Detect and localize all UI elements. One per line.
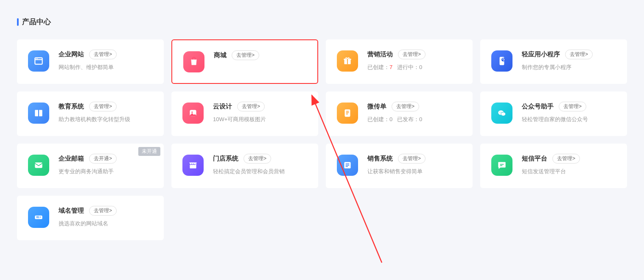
card-store-system[interactable]: 门店系统 去管理> 轻松搞定会员管理和会员营销 bbox=[171, 144, 318, 188]
card-desc: 轻松搞定会员管理和会员营销 bbox=[213, 168, 307, 175]
card-desc: 制作您的专属小程序 bbox=[522, 64, 616, 71]
message-icon bbox=[491, 155, 512, 176]
card-desc: 更专业的商务沟通助手 bbox=[59, 168, 153, 175]
mobile-icon bbox=[491, 50, 512, 72]
manage-button[interactable]: 去管理> bbox=[237, 102, 265, 111]
section-title-text: 产品中心 bbox=[22, 17, 51, 27]
product-grid: 企业网站 去管理> 网站制作、维护都简单 商城 去管理> bbox=[17, 39, 627, 240]
manage-button[interactable]: 去管理> bbox=[244, 154, 271, 164]
gift-icon bbox=[337, 50, 358, 72]
manage-button[interactable]: 去管理> bbox=[392, 102, 419, 111]
card-desc: 短信发送管理平台 bbox=[522, 168, 616, 175]
card-enterprise-site[interactable]: 企业网站 去管理> 网站制作、维护都简单 bbox=[17, 39, 164, 84]
svg-point-3 bbox=[37, 58, 38, 59]
card-title: 企业网站 bbox=[59, 50, 84, 58]
manage-button[interactable]: 去管理> bbox=[398, 50, 426, 59]
card-cloud-design[interactable]: 云设计 去管理> 10W+可商用模板图片 bbox=[171, 91, 318, 136]
card-title: 公众号助手 bbox=[522, 103, 554, 111]
shopping-bag-icon bbox=[183, 51, 204, 72]
svg-point-17 bbox=[501, 112, 506, 116]
card-wechat-helper[interactable]: 公众号助手 去管理> 轻松管理自家的微信公众号 bbox=[480, 91, 627, 136]
wechat-icon bbox=[491, 103, 512, 124]
card-title: 微传单 bbox=[367, 103, 386, 111]
card-desc: 轻松管理自家的微信公众号 bbox=[522, 116, 616, 123]
manage-button[interactable]: 去管理> bbox=[89, 102, 117, 111]
card-sms-platform[interactable]: 短信平台 去管理> 短信发送管理平台 bbox=[480, 144, 627, 188]
manage-button[interactable]: 去管理> bbox=[232, 50, 259, 60]
card-miniapp[interactable]: 轻应用小程序 去管理> 制作您的专属小程序 bbox=[480, 39, 627, 84]
card-sales-system[interactable]: 销售系统 去管理> 让获客和销售变得简单 bbox=[326, 144, 473, 188]
book-icon bbox=[28, 103, 49, 124]
card-title: 门店系统 bbox=[213, 155, 238, 163]
card-title: 教育系统 bbox=[59, 103, 84, 111]
card-title: 云设计 bbox=[213, 103, 232, 111]
open-button[interactable]: 去开通> bbox=[89, 154, 117, 164]
svg-point-8 bbox=[501, 58, 505, 61]
card-desc: 助力教培机构数字化转型升级 bbox=[59, 116, 153, 123]
card-title: 轻应用小程序 bbox=[522, 50, 560, 58]
card-stats: 已创建：0 已发布：0 bbox=[367, 116, 462, 123]
card-desc: 网站制作、维护都简单 bbox=[59, 64, 153, 71]
store-icon bbox=[182, 155, 204, 176]
card-title: 营销活动 bbox=[367, 50, 393, 58]
manage-button[interactable]: 去管理> bbox=[89, 206, 117, 216]
manage-button[interactable]: 去管理> bbox=[552, 154, 580, 164]
svg-point-19 bbox=[501, 112, 502, 113]
card-education[interactable]: 教育系统 去管理> 助力教培机构数字化转型升级 bbox=[17, 91, 164, 136]
card-title: 域名管理 bbox=[59, 207, 84, 215]
card-marketing[interactable]: 营销活动 去管理> 已创建：7 进行中：0 bbox=[326, 39, 473, 84]
card-domain-management[interactable]: W.≡ 域名管理 去管理> 挑选喜欢的网站域名 bbox=[17, 196, 164, 240]
svg-point-11 bbox=[191, 111, 193, 113]
card-desc: 10W+可商用模板图片 bbox=[213, 116, 307, 123]
document-icon bbox=[337, 103, 358, 124]
svg-rect-12 bbox=[345, 109, 350, 116]
card-desc: 挑选喜欢的网站域名 bbox=[59, 220, 153, 227]
card-shop[interactable]: 商城 去管理> bbox=[171, 39, 318, 84]
title-accent-bar bbox=[17, 18, 19, 26]
svg-point-18 bbox=[500, 112, 501, 113]
card-title: 短信平台 bbox=[522, 155, 547, 163]
manage-button[interactable]: 去管理> bbox=[559, 102, 586, 111]
window-icon bbox=[28, 50, 49, 72]
image-icon bbox=[182, 103, 204, 124]
svg-rect-20 bbox=[35, 163, 42, 168]
manage-button[interactable]: 去管理> bbox=[565, 50, 593, 59]
card-stats: 已创建：7 进行中：0 bbox=[367, 64, 462, 71]
card-enterprise-email[interactable]: 未开通 企业邮箱 去开通> 更专业的商务沟通助手 bbox=[17, 144, 164, 188]
list-icon bbox=[337, 155, 358, 176]
card-desc: 让获客和销售变得简单 bbox=[367, 168, 462, 175]
svg-text:W.≡: W.≡ bbox=[36, 216, 42, 219]
svg-point-2 bbox=[36, 58, 37, 59]
card-flyer[interactable]: 微传单 去管理> 已创建：0 已发布：0 bbox=[326, 91, 473, 136]
mail-icon bbox=[28, 155, 49, 176]
card-title: 商城 bbox=[214, 51, 227, 59]
manage-button[interactable]: 去管理> bbox=[398, 154, 426, 164]
not-open-badge: 未开通 bbox=[138, 147, 160, 156]
manage-button[interactable]: 去管理> bbox=[89, 50, 117, 59]
domain-icon: W.≡ bbox=[28, 207, 49, 228]
card-title: 企业邮箱 bbox=[59, 155, 84, 163]
card-title: 销售系统 bbox=[367, 155, 393, 163]
section-title: 产品中心 bbox=[17, 17, 627, 27]
